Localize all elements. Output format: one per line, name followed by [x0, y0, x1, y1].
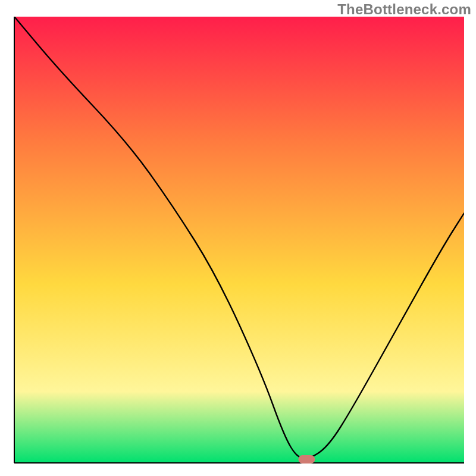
- gradient-background: [14, 17, 464, 463]
- plot-svg: [0, 0, 476, 476]
- optimal-marker: [298, 455, 315, 464]
- watermark-text: TheBottleneck.com: [337, 1, 471, 18]
- bottleneck-chart: TheBottleneck.com: [0, 0, 476, 476]
